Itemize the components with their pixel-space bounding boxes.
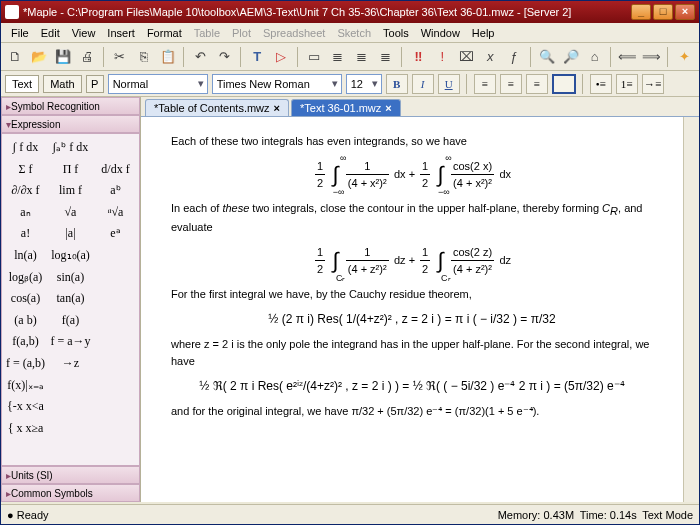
close-icon[interactable]: × xyxy=(274,102,280,114)
text-mode-tab[interactable]: Text xyxy=(5,75,39,93)
palette-symbol-recognition[interactable]: Symbol Recognition xyxy=(1,97,140,115)
paste-button[interactable]: 📋 xyxy=(157,46,178,68)
menu-spreadsheet[interactable]: Spreadsheet xyxy=(257,25,331,41)
expression-template[interactable]: Σ f xyxy=(4,160,47,180)
expression-template[interactable]: f = (a,b) xyxy=(4,354,47,374)
execute-button[interactable]: ‼ xyxy=(408,46,429,68)
vertical-scrollbar[interactable] xyxy=(683,117,699,502)
clear-button[interactable]: ⌧ xyxy=(456,46,477,68)
expression-template[interactable]: logᵦ(a) xyxy=(4,268,47,288)
expression-template[interactable]: d/dx f xyxy=(94,160,137,180)
expression-template[interactable]: |a| xyxy=(49,224,92,244)
box-button[interactable] xyxy=(552,74,576,94)
menu-format[interactable]: Format xyxy=(141,25,188,41)
prompt-button[interactable]: ▷ xyxy=(271,46,292,68)
menu-table[interactable]: Table xyxy=(188,25,226,41)
expression-template[interactable] xyxy=(94,246,137,266)
cut-button[interactable]: ✂ xyxy=(110,46,131,68)
para-button[interactable]: P xyxy=(86,75,104,93)
back-button[interactable]: ⟸ xyxy=(617,46,638,68)
redo-button[interactable]: ↷ xyxy=(214,46,235,68)
bullets-button[interactable]: •≡ xyxy=(590,74,612,94)
expression-template[interactable] xyxy=(94,354,137,374)
text-button[interactable]: T xyxy=(247,46,268,68)
expression-template[interactable]: →z xyxy=(49,354,92,374)
zoomout-button[interactable]: 🔎 xyxy=(560,46,581,68)
save-button[interactable]: 💾 xyxy=(53,46,74,68)
expression-template[interactable]: ln(a) xyxy=(4,246,47,266)
align-center-button[interactable]: ≡ xyxy=(500,74,522,94)
undo-button[interactable]: ↶ xyxy=(190,46,211,68)
expression-template[interactable] xyxy=(94,419,137,439)
palette-expression[interactable]: Expression xyxy=(1,115,140,133)
align-left-button[interactable]: ≡ xyxy=(474,74,496,94)
expression-template[interactable]: f(x)|ₓ₌ₐ xyxy=(4,376,47,396)
expression-template[interactable]: f = a→y xyxy=(49,332,92,352)
expression-template[interactable] xyxy=(49,376,92,396)
expression-template[interactable]: f(a) xyxy=(49,311,92,331)
rows3-button[interactable]: ≣ xyxy=(375,46,396,68)
menu-sketch[interactable]: Sketch xyxy=(331,25,377,41)
stop-button[interactable]: ! xyxy=(432,46,453,68)
copy-button[interactable]: ⎘ xyxy=(133,46,154,68)
expression-template[interactable]: lim f xyxy=(49,181,92,201)
expression-template[interactable] xyxy=(49,419,92,439)
expression-template[interactable]: aᵇ xyxy=(94,181,137,201)
font-select[interactable]: Times New Roman xyxy=(212,74,342,94)
bold-button[interactable]: B xyxy=(386,74,408,94)
menu-view[interactable]: View xyxy=(66,25,102,41)
expression-template[interactable] xyxy=(94,311,137,331)
maximize-button[interactable]: □ xyxy=(653,4,673,20)
expression-template[interactable]: tan(a) xyxy=(49,289,92,309)
tab-text-36-01[interactable]: *Text 36-01.mwz× xyxy=(291,99,401,116)
expression-template[interactable]: aₙ xyxy=(4,203,47,223)
block-button[interactable]: ▭ xyxy=(304,46,325,68)
expression-template[interactable] xyxy=(94,138,137,158)
expression-template[interactable] xyxy=(94,397,137,417)
palette-common-symbols[interactable]: Common Symbols xyxy=(1,484,140,502)
menu-plot[interactable]: Plot xyxy=(226,25,257,41)
home-button[interactable]: ⌂ xyxy=(584,46,605,68)
rows-button[interactable]: ≣ xyxy=(327,46,348,68)
expression-template[interactable]: {-x x<a xyxy=(4,397,47,417)
menu-tools[interactable]: Tools xyxy=(377,25,415,41)
print-button[interactable]: 🖨 xyxy=(77,46,98,68)
expression-template[interactable]: f(a,b) xyxy=(4,332,47,352)
expression-template[interactable]: √a xyxy=(49,203,92,223)
style-select[interactable]: Normal xyxy=(108,74,208,94)
italic-button[interactable]: I xyxy=(412,74,434,94)
document-body[interactable]: Each of these two integrals has even int… xyxy=(141,117,683,502)
expression-template[interactable]: (a b) xyxy=(4,311,47,331)
expression-template[interactable]: ∫ₐᵇ f dx xyxy=(49,138,92,158)
expression-template[interactable]: { x x≥a xyxy=(4,419,47,439)
expression-template[interactable]: ∫ f dx xyxy=(4,138,47,158)
expression-template[interactable]: ∂/∂x f xyxy=(4,181,47,201)
expression-template[interactable]: cos(a) xyxy=(4,289,47,309)
menu-window[interactable]: Window xyxy=(415,25,466,41)
close-icon[interactable]: × xyxy=(385,102,391,114)
menu-insert[interactable]: Insert xyxy=(101,25,141,41)
new-button[interactable]: 🗋 xyxy=(5,46,26,68)
close-button[interactable]: × xyxy=(675,4,695,20)
expression-template[interactable] xyxy=(49,397,92,417)
math-mode-tab[interactable]: Math xyxy=(43,75,81,93)
palette-units[interactable]: Units (SI) xyxy=(1,466,140,484)
x-button[interactable]: x xyxy=(480,46,501,68)
menu-edit[interactable]: Edit xyxy=(35,25,66,41)
align-right-button[interactable]: ≡ xyxy=(526,74,548,94)
size-select[interactable]: 12 xyxy=(346,74,382,94)
indent-button[interactable]: →≡ xyxy=(642,74,664,94)
expression-template[interactable] xyxy=(94,289,137,309)
expression-template[interactable]: sin(a) xyxy=(49,268,92,288)
expression-template[interactable] xyxy=(94,268,137,288)
numlist-button[interactable]: 1≡ xyxy=(616,74,638,94)
rows2-button[interactable]: ≣ xyxy=(351,46,372,68)
fx-button[interactable]: ƒ xyxy=(504,46,525,68)
underline-button[interactable]: U xyxy=(438,74,460,94)
expression-template[interactable]: Π f xyxy=(49,160,92,180)
menu-help[interactable]: Help xyxy=(466,25,501,41)
expression-template[interactable] xyxy=(94,332,137,352)
expression-template[interactable]: eᵃ xyxy=(94,224,137,244)
zoomin-button[interactable]: 🔍 xyxy=(536,46,557,68)
expression-template[interactable]: log₁₀(a) xyxy=(49,246,92,266)
